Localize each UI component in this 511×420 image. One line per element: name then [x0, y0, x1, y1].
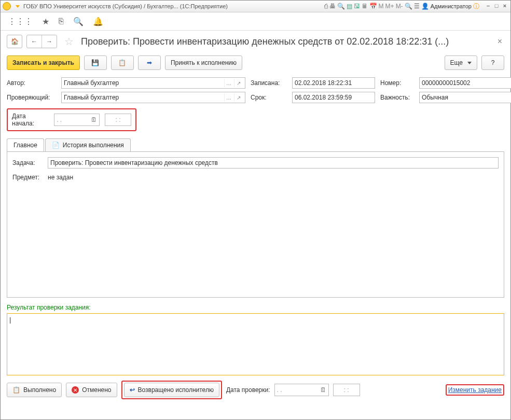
- number-label: Номер:: [380, 79, 414, 87]
- return-icon: ↩: [130, 386, 135, 394]
- calendar-icon[interactable]: 📅: [369, 3, 377, 10]
- info-icon[interactable]: ⓘ: [473, 2, 479, 11]
- forward-button[interactable]: →: [42, 35, 57, 48]
- deadline-input[interactable]: 06.02.2018 23:59:59: [292, 92, 375, 103]
- ellipsis-icon[interactable]: …: [224, 93, 233, 102]
- task-button[interactable]: 📋: [111, 55, 134, 70]
- print-icon[interactable]: ⎙: [324, 3, 328, 10]
- window-title: ГОБУ ВПО Университет искусств (Субсидия)…: [23, 3, 228, 9]
- help-button[interactable]: ?: [481, 55, 504, 70]
- save-icon[interactable]: 🖫: [354, 3, 360, 10]
- tab-history[interactable]: 📄История выполнения: [45, 138, 131, 151]
- start-date-label: Дата начала:: [12, 113, 49, 127]
- clipboard-icon[interactable]: ⎘: [59, 17, 64, 26]
- task-input[interactable]: Проверить: Провести инвентаризацию денеж…: [48, 157, 499, 169]
- favorite-icon[interactable]: ★: [42, 17, 49, 26]
- star-icon[interactable]: ☆: [64, 35, 74, 48]
- bell-icon[interactable]: 🔔: [93, 17, 103, 26]
- window-titlebar: ГОБУ ВПО Университет искусств (Субсидия)…: [1, 1, 510, 12]
- search-icon[interactable]: 🔍: [73, 17, 84, 26]
- calendar-icon[interactable]: 🗓: [91, 116, 97, 123]
- check-icon: 📋: [12, 386, 20, 394]
- calendar-icon[interactable]: 🗓: [320, 386, 326, 394]
- panel-icon[interactable]: ☰: [414, 3, 420, 10]
- zoom-icon[interactable]: 🔍: [405, 3, 412, 10]
- apps-icon[interactable]: ⋮⋮⋮: [8, 17, 33, 26]
- accept-button[interactable]: Принять к исполнению: [165, 55, 242, 70]
- go-button[interactable]: ➡: [138, 55, 161, 70]
- tab-main-body: Задача: Проверить: Провести инвентаризац…: [7, 151, 504, 298]
- returned-group: ↩Возвращено исполнителю: [121, 381, 222, 399]
- page-title: Проверить: Провести инвентаризацию денеж…: [81, 36, 491, 47]
- check-time-input[interactable]: : :: [333, 384, 360, 396]
- importance-select[interactable]: Обычная: [419, 92, 511, 103]
- ellipsis-icon[interactable]: …: [224, 79, 233, 87]
- page-close-button[interactable]: ×: [495, 37, 504, 46]
- dropdown-icon[interactable]: [13, 2, 21, 10]
- home-button[interactable]: 🏠: [7, 35, 22, 48]
- history-icon: 📄: [52, 142, 60, 149]
- start-time-input[interactable]: : :: [105, 114, 131, 126]
- change-task-link[interactable]: Изменить задание: [448, 386, 502, 394]
- close-button[interactable]: ×: [501, 3, 508, 10]
- maximize-button[interactable]: □: [493, 3, 500, 10]
- returned-button[interactable]: ↩Возвращено исполнителю: [124, 383, 219, 397]
- app-icon: [3, 2, 11, 10]
- memory-mminus-icon[interactable]: M-: [396, 3, 403, 10]
- done-button[interactable]: 📋Выполнено: [7, 383, 62, 397]
- more-button[interactable]: Еще: [445, 55, 477, 70]
- calc-icon[interactable]: 🖩: [362, 3, 368, 10]
- save-button[interactable]: 💾: [84, 55, 107, 70]
- recorded-label: Записана:: [251, 79, 287, 87]
- cancelled-button[interactable]: ✕Отменено: [66, 383, 117, 397]
- minimize-button[interactable]: –: [485, 3, 492, 10]
- user-name: Администратор: [431, 3, 472, 9]
- memory-m-icon[interactable]: M: [379, 3, 384, 10]
- check-date-input[interactable]: . .🗓: [274, 384, 329, 396]
- titlebar-tools: ⎙ 🖶 🔍 ▤ 🖫 🖩 📅 M M+ M- 🔍 ☰ 👤 Администрато…: [324, 2, 479, 11]
- number-input[interactable]: 00000000015002: [419, 77, 511, 89]
- subject-label: Предмет:: [12, 174, 44, 181]
- author-label: Автор:: [7, 79, 56, 87]
- result-textarea[interactable]: |: [7, 313, 504, 375]
- back-button[interactable]: ←: [27, 35, 42, 48]
- checker-input[interactable]: Главный бухгалтер …↗: [61, 92, 245, 103]
- open-icon[interactable]: ↗: [234, 79, 243, 87]
- page-icon[interactable]: ▤: [347, 3, 352, 10]
- check-date-label: Дата проверки:: [226, 386, 270, 394]
- start-date-group: Дата начала: . .🗓 : :: [7, 108, 136, 131]
- importance-label: Важность:: [380, 94, 414, 101]
- preview-icon[interactable]: 🔍: [337, 3, 345, 10]
- main-toolbar: ⋮⋮⋮ ★ ⎘ 🔍 🔔: [1, 12, 510, 31]
- user-icon: 👤: [421, 3, 429, 10]
- cancel-icon: ✕: [72, 386, 79, 394]
- result-label: Результат проверки задания:: [7, 304, 504, 311]
- printer2-icon[interactable]: 🖶: [329, 3, 336, 10]
- recorded-input[interactable]: 02.02.2018 18:22:31: [292, 77, 375, 89]
- open-icon[interactable]: ↗: [234, 93, 243, 102]
- write-and-close-button[interactable]: Записать и закрыть: [7, 55, 80, 70]
- author-input[interactable]: Главный бухгалтер …↗: [61, 77, 245, 89]
- task-label: Задача:: [12, 159, 44, 166]
- start-date-input[interactable]: . .🗓: [54, 114, 100, 126]
- deadline-label: Срок:: [251, 94, 287, 101]
- tab-main[interactable]: Главное: [7, 138, 44, 151]
- change-task-group: Изменить задание: [446, 384, 504, 396]
- subject-value: не задан: [48, 174, 73, 181]
- memory-mplus-icon[interactable]: M+: [385, 3, 394, 10]
- checker-label: Проверяющий:: [7, 94, 56, 101]
